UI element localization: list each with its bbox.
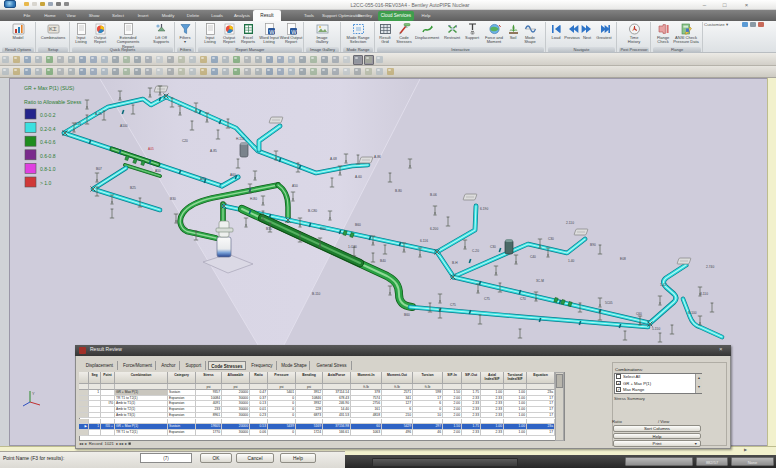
svg-text:5-150: 5-150 — [652, 327, 660, 331]
svg-text:C20: C20 — [182, 139, 188, 143]
svg-text:A05: A05 — [148, 147, 154, 151]
svg-text:1-40: 1-40 — [568, 259, 575, 263]
svg-text:6-200: 6-200 — [430, 227, 438, 231]
svg-text:E08: E08 — [620, 257, 626, 261]
svg-text:A-86: A-86 — [374, 155, 381, 159]
svg-text:A80: A80 — [200, 177, 206, 181]
svg-text:2-110: 2-110 — [566, 221, 574, 225]
svg-text:> 1.0: > 1.0 — [40, 180, 51, 186]
svg-text:3C-M: 3C-M — [536, 279, 544, 283]
svg-text:1-C30: 1-C30 — [348, 245, 357, 249]
svg-text:Y: Y — [32, 391, 35, 396]
svg-text:0.8-1.0: 0.8-1.0 — [40, 166, 56, 172]
svg-text:1-42: 1-42 — [660, 283, 667, 287]
svg-text:B30: B30 — [170, 197, 176, 201]
svg-text:C60: C60 — [636, 312, 642, 316]
svg-text:C75: C75 — [450, 303, 456, 307]
svg-text:A60: A60 — [230, 173, 236, 177]
svg-text:B40: B40 — [380, 259, 386, 263]
svg-text:H-110: H-110 — [236, 137, 245, 141]
svg-text:A-60: A-60 — [355, 175, 362, 179]
svg-text:A50: A50 — [292, 184, 298, 188]
svg-text:C40: C40 — [530, 255, 536, 259]
svg-text:2-740: 2-740 — [706, 265, 714, 269]
svg-text:A-68: A-68 — [330, 157, 337, 161]
svg-text:4-26: 4-26 — [75, 122, 82, 126]
svg-text:A-26: A-26 — [95, 112, 102, 116]
svg-text:6-190: 6-190 — [480, 207, 488, 211]
svg-text:B60: B60 — [404, 313, 410, 317]
svg-text:B90: B90 — [590, 243, 596, 247]
svg-text:B25: B25 — [130, 186, 136, 190]
svg-text:B60: B60 — [355, 223, 361, 227]
svg-text:0.6-0.8: 0.6-0.8 — [40, 153, 56, 159]
svg-text:C30: C30 — [490, 245, 496, 249]
svg-text:B-H: B-H — [452, 261, 458, 265]
svg-text:3-110: 3-110 — [700, 292, 708, 296]
svg-text:H-80: H-80 — [250, 197, 257, 201]
svg-text:B-C80: B-C80 — [308, 209, 317, 213]
svg-text:B-100: B-100 — [688, 311, 697, 315]
svg-text:C70: C70 — [520, 297, 526, 301]
svg-text:5C05: 5C05 — [605, 301, 613, 305]
svg-text:B-06: B-06 — [430, 193, 437, 197]
svg-text:B-80: B-80 — [395, 189, 402, 193]
svg-text:B07: B07 — [96, 167, 102, 171]
svg-text:0.2-0.4: 0.2-0.4 — [40, 126, 56, 132]
svg-text:6-116: 6-116 — [420, 239, 428, 243]
svg-text:C30: C30 — [548, 237, 554, 241]
svg-text:B60: B60 — [320, 227, 326, 231]
svg-text:A50: A50 — [155, 169, 161, 173]
svg-text:A100: A100 — [120, 124, 128, 128]
svg-text:C75: C75 — [484, 297, 490, 301]
svg-text:0.0-0.2: 0.0-0.2 — [40, 112, 56, 118]
svg-text:GR + Max P(1) (SUS): GR + Max P(1) (SUS) — [24, 85, 75, 91]
svg-text:B35: B35 — [266, 227, 272, 231]
svg-text:C-20: C-20 — [472, 249, 479, 253]
svg-text:0.4-0.6: 0.4-0.6 — [40, 139, 56, 145]
svg-text:A-85: A-85 — [210, 149, 217, 153]
svg-text:Ratio to Allowable Stress: Ratio to Allowable Stress — [24, 99, 82, 105]
svg-text:B-110: B-110 — [312, 292, 320, 296]
